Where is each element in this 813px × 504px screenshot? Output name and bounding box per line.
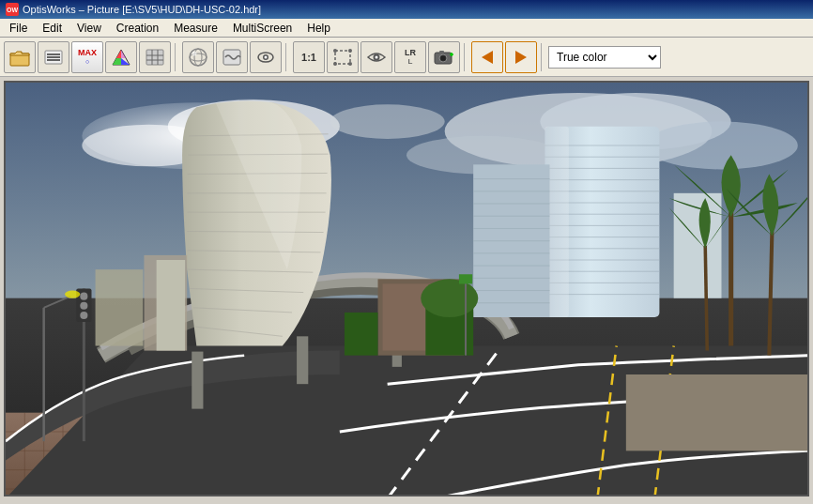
svg-marker-38: [515, 51, 527, 64]
svg-point-119: [421, 279, 478, 317]
svg-rect-10: [146, 50, 163, 65]
menu-file[interactable]: File: [2, 19, 35, 37]
svg-rect-34: [439, 51, 444, 53]
color-mode-dropdown[interactable]: True color False color Grayscale Luminan…: [548, 46, 661, 69]
brush-button[interactable]: [216, 41, 248, 73]
svg-point-23: [265, 55, 268, 58]
grid-button[interactable]: [139, 41, 171, 73]
title-bar: OW OptisWorks – Picture [E:\SV5\HUD\DH-U…: [0, 0, 813, 19]
l-label: L: [408, 57, 413, 66]
lr-label: LR: [405, 48, 416, 57]
svg-point-15: [190, 49, 207, 66]
svg-line-117: [705, 246, 707, 351]
svg-rect-63: [297, 336, 308, 384]
svg-marker-37: [482, 51, 493, 64]
svg-rect-125: [157, 260, 186, 351]
svg-rect-104: [674, 193, 722, 298]
svg-point-26: [348, 49, 352, 53]
main-image-area: [4, 81, 809, 496]
svg-point-25: [333, 49, 337, 53]
open-button[interactable]: [4, 41, 36, 73]
menu-measure[interactable]: Measure: [166, 19, 225, 37]
list-button[interactable]: [38, 41, 69, 73]
eye-button[interactable]: [250, 41, 282, 73]
svg-point-18: [192, 51, 197, 55]
window-title: OptisWorks – Picture [E:\SV5\HUD\DH-USC-…: [23, 4, 261, 15]
svg-point-27: [333, 62, 337, 66]
svg-point-33: [441, 55, 446, 60]
menu-multiscreen[interactable]: MultiScreen: [225, 19, 299, 37]
ratio-button[interactable]: 1:1: [293, 41, 325, 73]
separator-2: [285, 43, 289, 71]
svg-rect-122: [459, 274, 472, 283]
svg-point-111: [80, 312, 87, 319]
menu-view[interactable]: View: [69, 19, 109, 37]
color-triangle-button[interactable]: [105, 41, 137, 73]
svg-point-45: [645, 122, 798, 170]
svg-point-16: [190, 53, 207, 61]
ratio-label: 1:1: [301, 52, 316, 63]
back-button[interactable]: [471, 41, 503, 73]
app-icon: OW: [6, 3, 19, 16]
svg-marker-8: [121, 58, 130, 65]
crop-button[interactable]: [327, 41, 359, 73]
svg-point-28: [348, 62, 352, 66]
separator-4: [541, 43, 545, 71]
menu-help[interactable]: Help: [299, 19, 338, 37]
camera-button[interactable]: [428, 41, 460, 73]
svg-marker-7: [113, 58, 121, 65]
separator-1: [175, 43, 178, 71]
forward-button[interactable]: [505, 41, 537, 73]
svg-point-114: [65, 291, 80, 298]
svg-point-110: [80, 302, 87, 310]
svg-point-47: [330, 104, 445, 139]
lr-button[interactable]: LR L: [394, 41, 426, 73]
menu-edit[interactable]: Edit: [35, 19, 69, 37]
svg-point-109: [80, 293, 87, 300]
eye-open-button[interactable]: [360, 41, 392, 73]
svg-point-30: [376, 55, 378, 58]
svg-rect-123: [626, 374, 807, 451]
separator-3: [464, 43, 468, 71]
svg-point-17: [194, 49, 202, 66]
svg-rect-24: [335, 51, 350, 64]
sphere-button[interactable]: [182, 41, 214, 73]
menu-creation[interactable]: Creation: [109, 19, 166, 37]
toolbar: MAX ○: [0, 38, 813, 77]
svg-rect-126: [96, 269, 144, 345]
svg-rect-62: [192, 352, 203, 409]
menu-bar: File Edit View Creation Measure MultiScr…: [0, 19, 813, 38]
max-button[interactable]: MAX ○: [71, 41, 103, 73]
svg-rect-120: [345, 313, 378, 356]
panorama-scene: [6, 83, 807, 495]
